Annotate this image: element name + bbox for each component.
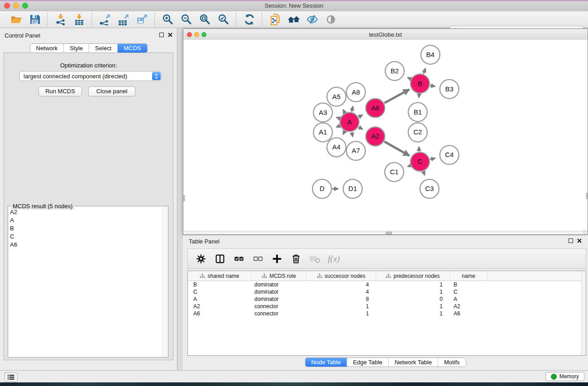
table-row[interactable]: A2connector11A2 [188,303,586,310]
edge-C-C1 [408,166,411,167]
add-row-icon[interactable] [271,253,282,264]
export-image-icon[interactable] [136,14,148,26]
node-B2[interactable]: B2 [385,62,404,81]
close-panel-icon[interactable] [168,33,172,37]
svg-text:B2: B2 [391,67,399,75]
node-B[interactable]: B [411,74,430,93]
delete-rows-icon[interactable] [290,253,301,264]
edge-B-B2 [407,77,411,79]
column-header-mcds-role[interactable]: MCDS role [252,271,306,281]
zoom-in-icon[interactable] [162,14,174,26]
node-A8[interactable]: A8 [346,83,365,102]
table-options-gear-icon[interactable] [195,253,206,264]
node-B4[interactable]: B4 [421,45,440,64]
import-network-icon[interactable] [54,14,67,26]
criterion-select[interactable]: largest connected component (directed) [19,71,162,81]
tab-node-table[interactable]: Node Table [305,358,347,367]
mcds-result-box: MCDS result (5 nodes) A2ABCA6 [8,206,168,357]
close-table-panel-icon[interactable] [577,238,582,243]
node-D1[interactable]: D1 [343,179,362,198]
node-A4[interactable]: A4 [327,138,346,157]
node-A1[interactable]: A1 [313,123,332,142]
export-network-icon[interactable] [99,14,111,26]
memory-status-icon [551,374,557,380]
table-row[interactable]: Bdominator41B [188,281,586,288]
unselect-all-columns-icon[interactable] [252,253,263,264]
resize-grip-icon[interactable] [583,230,588,234]
delete-table-icon[interactable] [309,253,320,264]
run-mcds-button[interactable]: Run MCDS [38,86,82,96]
export-table-icon[interactable] [117,14,129,26]
table-cell: 1 [306,303,376,310]
table-row[interactable]: Cdominator41C [188,288,586,295]
svg-text:C1: C1 [390,168,398,176]
table-cell: A [450,295,488,303]
column-header-predecessor-nodes[interactable]: predecessor nodes [376,271,450,281]
node-A2[interactable]: A2 [366,127,385,146]
node-A[interactable]: A [340,113,359,132]
column-header-name[interactable]: name [450,271,488,281]
save-session-icon[interactable] [29,14,41,26]
zoom-fit-icon[interactable] [199,14,211,26]
right-scroll-thumb[interactable] [586,193,588,199]
column-header-shared-name[interactable]: shared name [188,271,252,281]
mcds-result-item[interactable]: A [8,216,163,224]
svg-text:A4: A4 [332,143,340,151]
left-scroll-thumb[interactable] [183,195,185,201]
import-table-icon[interactable] [73,14,85,26]
node-C4[interactable]: C4 [440,145,459,164]
mcds-result-item[interactable]: C [8,233,163,241]
node-C3[interactable]: C3 [420,179,439,198]
network-canvas[interactable]: B4B2BB3A8A5A6B1A3AA1C2A2A4A7C4CC1C3DD1 [183,40,588,231]
column-header-successor-nodes[interactable]: successor nodes [306,271,376,281]
apply-layout-icon[interactable] [243,14,255,26]
table-row[interactable]: Adominator80A [188,295,586,303]
float-panel-icon[interactable] [159,33,164,37]
node-A6[interactable]: A6 [366,99,385,118]
node-B3[interactable]: B3 [440,80,459,99]
tab-edge-table[interactable]: Edge Table [347,358,388,367]
node-A7[interactable]: A7 [346,141,365,160]
show-columns-icon[interactable] [214,253,225,264]
table-cell: 1 [376,281,450,288]
column-sort-icon [317,273,322,278]
mcds-result-item[interactable]: A6 [8,241,163,249]
tab-style[interactable]: Style [63,44,89,52]
show-panels-list-button[interactable] [5,372,18,382]
node-C[interactable]: C [411,152,430,171]
node-C2[interactable]: C2 [408,123,427,142]
horizontal-scroll-thumb[interactable] [386,232,392,234]
table-scrollbar[interactable] [581,271,586,355]
hide-selected-icon[interactable] [306,14,318,26]
new-network-from-selection-icon[interactable] [269,14,281,26]
float-table-panel-icon[interactable] [569,238,573,243]
node-B1[interactable]: B1 [408,103,427,122]
first-neighbors-icon[interactable] [287,14,300,26]
node-A3[interactable]: A3 [313,103,332,122]
tab-network[interactable]: Network [30,44,63,52]
tab-mcds[interactable]: MCDS [117,44,147,52]
node-D[interactable]: D [312,179,331,198]
edge-A-A2 [359,127,363,129]
table-cell: dominator [252,295,306,303]
edge-A-A5 [343,110,345,113]
function-builder-fx[interactable]: f(x) [328,253,339,264]
tab-network-table[interactable]: Network Table [388,358,438,367]
result-list-scrollbar[interactable] [162,207,167,357]
network-window-titlebar[interactable]: testGlobe.txt [183,29,588,40]
tab-select[interactable]: Select [89,44,117,52]
mcds-result-item[interactable]: B [8,224,163,233]
node-C1[interactable]: C1 [385,162,404,181]
mcds-result-item[interactable]: A2 [8,208,163,216]
tab-motifs[interactable]: Motifs [438,358,466,367]
node-A5[interactable]: A5 [327,87,346,106]
open-session-icon[interactable] [10,14,22,26]
zoom-out-icon[interactable] [180,14,192,26]
memory-button[interactable]: Memory [545,372,584,381]
table-row[interactable]: A6connector11A6 [188,310,586,317]
close-panel-button[interactable]: Close panel [88,86,135,96]
show-all-icon[interactable] [325,14,337,26]
zoom-selected-icon[interactable] [217,14,229,26]
table-panel-title: Table Panel [189,238,220,245]
select-all-columns-icon[interactable] [233,253,244,264]
